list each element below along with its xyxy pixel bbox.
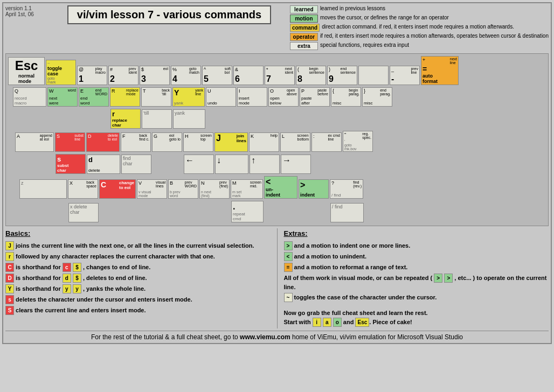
inline-key-c2: c — [63, 263, 71, 272]
legend-command: command direct action command. if red, i… — [290, 24, 549, 32]
key-j-lower: ↓ — [215, 155, 248, 174]
keyboard-area: Esc normalmode ~ togglecase gotomark @pl… — [5, 53, 549, 226]
kb-row-2b: s substchar d delete findchar ← ↓ ↑ → — [15, 153, 546, 174]
basics-section: Basics: J joins the current line with th… — [5, 228, 271, 328]
key-4: %gotomatch 4 — [171, 66, 201, 85]
key-m-upper: Mscreenmid. m setmark — [231, 179, 263, 199]
key-tilde-label: togglecase — [47, 66, 62, 76]
extras-reformat: = and a motion to reformat a range of te… — [284, 263, 549, 272]
key-q: Q recordmacro — [13, 87, 46, 107]
basics-s-lower: s deletes the character under the cursor… — [5, 295, 271, 304]
kb-row-1b: r replacechar 'till yank — [13, 108, 546, 129]
key-bracket-close: }endparag. misc — [362, 87, 392, 107]
inline-key-gt3: > — [444, 274, 453, 283]
inline-key-a: a — [323, 318, 331, 327]
legend-desc-operator: if red, it enters insert mode requires a… — [320, 33, 549, 39]
legend-badge-learned: learned — [290, 5, 318, 13]
key-5: ^softbol 5 — [202, 66, 232, 85]
basics-s-upper: S clears the current line and enters ins… — [5, 306, 271, 315]
main-container: version 1.1April 1st, 06 vi/vim lesson 7… — [2, 2, 552, 344]
extras-cta: Now go grab the full cheat sheet and lea… — [284, 309, 549, 327]
kb-row-2: Aappendat eol Ssubstline Ddeleteto eol F… — [8, 130, 546, 152]
key-7: *nextident 7 — [265, 66, 295, 85]
key-tilde: ~ togglecase gotomark — [46, 60, 76, 85]
key-h-lower: ← — [184, 155, 214, 174]
inline-key-i: i — [313, 318, 321, 327]
key-equals: +nextline = autoformat — [421, 56, 459, 85]
key-h-upper: Hscreentop — [183, 132, 213, 152]
basics-j: J joins the current line with the next o… — [5, 241, 271, 250]
extras-tilde: ~ toggles the case of the character unde… — [284, 293, 549, 302]
key-i-upper: I insertmode — [237, 87, 267, 107]
inline-key-d: D — [5, 274, 14, 283]
key-0 — [358, 66, 389, 85]
kb-row-3b: x deletechar . repeatcmd / find — [19, 200, 546, 223]
extras-title: Extras: — [284, 228, 549, 239]
kb-row-1: Q recordmacro Wword nextwere EendWORD en… — [8, 87, 546, 107]
key-minus: _prevline - — [390, 66, 420, 85]
key-9: )endsentence 9 — [327, 66, 357, 85]
legend-desc-extra: special functions, requires extra input — [320, 42, 409, 48]
basics-r: r followed by any character replaces the… — [5, 252, 271, 261]
inline-key-dollar2: $ — [73, 274, 81, 283]
esc-sublabel: normalmode — [18, 73, 34, 84]
key-less: < un-indent — [264, 176, 297, 199]
section-divider — [277, 228, 278, 328]
version-info: version 1.1April 1st, 06 — [5, 5, 49, 17]
key-semicolon: :ex cmdline — [311, 132, 342, 152]
legend-desc-motion: moves the cursor, or defines the range f… — [320, 15, 449, 20]
header: version 1.1April 1st, 06 vi/vim lesson 7… — [5, 5, 549, 51]
inline-key-c: C — [5, 263, 14, 272]
inline-key-gt2: > — [434, 274, 442, 283]
key-n-upper: Nprev(find) n next(find) — [199, 179, 230, 199]
key-k-upper: Khelp — [249, 132, 279, 152]
inline-key-r: r — [5, 252, 14, 261]
key-d-lower: d delete — [87, 155, 120, 174]
inline-key-s-upper: S — [5, 306, 14, 315]
key-v-upper: Vvisuallines v visualmode — [137, 179, 167, 199]
inline-key-esc2: Esc — [355, 318, 369, 327]
key-l-upper: Lscreenbottom — [280, 132, 310, 152]
legend-motion: motion moves the cursor, or defines the … — [290, 15, 549, 23]
inline-key-eq: = — [284, 263, 293, 272]
esc-label: Esc — [15, 58, 38, 73]
key-1: @playmacro 1 — [77, 66, 107, 85]
legend-badge-operator: operator — [290, 33, 318, 41]
key-dot: . repeatcmd — [231, 201, 264, 222]
key-s-upper: Ssubstline — [55, 132, 85, 152]
key-greater: > indent — [299, 179, 329, 199]
key-y-lower: yank — [173, 109, 205, 129]
extras-section: Extras: > and a motion to indent one or … — [284, 228, 549, 328]
footer-url: www.viemu.com — [240, 333, 290, 341]
key-quote: "reg.spec. 'gotomk.bov — [343, 131, 373, 152]
key-t-upper: Tback'till — [141, 87, 171, 107]
key-k-lower: ↑ — [250, 155, 280, 174]
legend-badge-command: command — [290, 24, 320, 32]
legend: learned learned in previous lessons moti… — [290, 5, 549, 51]
key-3: $eol 3 — [140, 66, 170, 85]
inline-key-y: Y — [5, 284, 14, 293]
key-j-upper: Jjoinlines — [214, 132, 248, 152]
inline-key-o: o — [333, 318, 342, 327]
key-g-upper: Geolgoto lo — [152, 132, 182, 152]
legend-badge-extra: extra — [290, 42, 318, 50]
key-slash-lower: / find — [330, 203, 364, 222]
inline-key-y2: y — [63, 284, 71, 293]
key-l-lower: → — [281, 155, 311, 174]
inline-key-dollar: $ — [73, 263, 81, 272]
page-title: vi/vim lesson 7 - various commands — [67, 5, 271, 24]
inline-key-tilde: ~ — [284, 293, 293, 302]
legend-badge-motion: motion — [290, 15, 318, 23]
legend-desc-command: direct action command. if red, it enters… — [322, 24, 514, 30]
key-2: #prevident 2 — [108, 66, 138, 85]
basics-d: D is shorthand for d $ , deletes to end … — [5, 274, 271, 283]
inline-key-j: J — [5, 241, 14, 250]
kb-row-0: Esc normalmode ~ togglecase gotomark @pl… — [8, 55, 546, 86]
bottom-area: Basics: J joins the current line with th… — [5, 228, 549, 328]
key-w-upper: Wword nextwere — [47, 87, 78, 107]
kb-row-3: z Xbackspace Cchangeto eol Vvisuallines … — [8, 176, 546, 199]
key-bracket-open: {beginparag. misc — [331, 87, 361, 107]
inline-key-lt: < — [284, 252, 293, 261]
key-tilde-sub: gotomark — [47, 76, 56, 84]
key-r-upper: Rreplacemode — [110, 87, 140, 107]
